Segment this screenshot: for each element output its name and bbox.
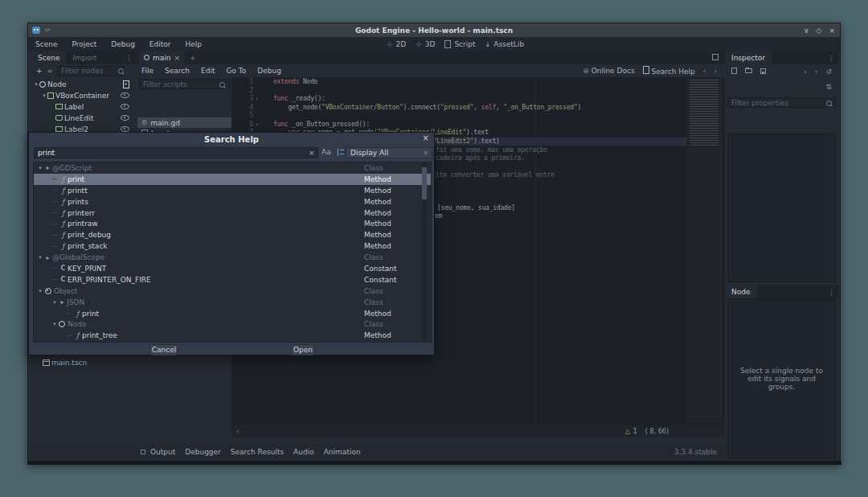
script-item-maingd[interactable]: ⚙ main.gd <box>137 117 231 128</box>
scroll-left-icon[interactable]: ‹ <box>236 428 239 435</box>
menu-goto[interactable]: Go To <box>223 67 248 75</box>
dock-menu-icon[interactable]: ⋮ <box>828 288 835 296</box>
code-line: 4 get_node("VBoxContainer/Button").conne… <box>231 104 686 113</box>
code-line: 6▾func _on_Button_pressed(): <box>231 121 686 129</box>
menu-search[interactable]: Search <box>162 67 192 75</box>
tab-main-script[interactable]: main × <box>139 51 185 64</box>
menu-debug[interactable]: Debug <box>108 40 138 48</box>
close-button[interactable]: × <box>829 27 835 35</box>
result-row[interactable]: ▾▸JSONClass <box>34 297 431 308</box>
filter-properties-input[interactable] <box>727 97 836 108</box>
menu-file[interactable]: File <box>139 67 156 75</box>
object-history-icon[interactable]: ↺ <box>825 68 832 76</box>
result-row[interactable]: ƒprint_debugMethod <box>34 229 431 240</box>
visibility-icon[interactable] <box>121 126 129 132</box>
visibility-icon[interactable] <box>121 115 129 121</box>
clear-search-icon[interactable]: × <box>309 149 315 157</box>
result-row-selected[interactable]: ƒprintMethod <box>34 174 431 185</box>
history-forward-icon[interactable]: › <box>815 68 818 76</box>
workspace-2d[interactable]: 2D <box>396 40 407 48</box>
save-resource-icon[interactable] <box>760 68 766 74</box>
result-row[interactable]: CKEY_PRINTConstant <box>34 263 431 274</box>
workspace-assetlib[interactable]: AssetLib <box>493 40 524 48</box>
collapse-icon[interactable]: ▾ <box>41 92 47 99</box>
bottom-tab-audio[interactable]: Audio <box>293 448 314 456</box>
new-tab-button[interactable]: + <box>190 54 196 62</box>
result-row[interactable]: ƒprintsMethod <box>34 196 431 207</box>
distraction-free-icon[interactable] <box>712 54 719 60</box>
workspace-3d[interactable]: 3D <box>425 40 436 48</box>
result-row[interactable]: ƒprint_treeMethod <box>34 330 431 341</box>
visibility-icon[interactable] <box>121 104 129 109</box>
tab-import[interactable]: Import <box>66 51 103 64</box>
bottom-tab-debugger[interactable]: Debugger <box>185 448 221 456</box>
caret-position: ( 8, 66) <box>645 428 669 435</box>
tab-inspector[interactable]: Inspector <box>725 51 772 64</box>
minimap[interactable] <box>686 77 722 423</box>
result-row[interactable]: ƒprint_stackMethod <box>34 240 431 252</box>
new-resource-icon[interactable] <box>731 68 737 74</box>
visibility-icon[interactable] <box>121 92 129 98</box>
fold-icon[interactable]: ▾ <box>256 121 264 129</box>
help-search-input[interactable] <box>34 147 318 158</box>
menu-debug[interactable]: Debug <box>255 67 284 75</box>
result-row[interactable]: ƒprinterrMethod <box>34 207 431 219</box>
bottom-tab-search-results[interactable]: Search Results <box>231 448 284 456</box>
tab-node[interactable]: Node <box>725 285 757 298</box>
history-back-icon[interactable]: ‹ <box>703 67 706 75</box>
result-row[interactable]: ▾▸@GlobalScopeClass <box>34 252 431 263</box>
case-sensitive-toggle[interactable]: Aa <box>321 148 331 156</box>
bottom-tab-output[interactable]: Output <box>150 448 175 456</box>
cancel-button[interactable]: Cancel <box>149 344 178 355</box>
result-row[interactable]: ▾NodeClass <box>34 318 431 330</box>
dock-menu-icon[interactable]: ⋮ <box>828 54 835 62</box>
online-docs-link[interactable]: ⊕ Online Docs <box>583 67 634 75</box>
method-icon: ƒ <box>73 331 82 339</box>
workspace-script[interactable]: Script <box>454 40 475 48</box>
open-button[interactable]: Open <box>291 344 315 355</box>
dialog-close-icon[interactable]: × <box>423 133 429 142</box>
result-row[interactable]: CERR_PRINTER_ON_FIREConstant <box>34 274 431 285</box>
dock-menu-icon[interactable]: ⋮ <box>125 54 133 62</box>
scene-node-row[interactable]: ▾ VBoxContainer <box>31 90 136 101</box>
close-tab-icon[interactable]: × <box>174 54 181 62</box>
menu-editor[interactable]: Editor <box>146 40 174 48</box>
instance-scene-button[interactable]: ∞ <box>47 68 53 75</box>
result-row[interactable]: ƒprinttMethod <box>34 185 431 196</box>
menu-project[interactable]: Project <box>68 40 100 48</box>
tab-scene[interactable]: Scene <box>31 51 66 64</box>
result-row[interactable]: ▾ObjectClass <box>34 285 431 297</box>
filter-nodes-input[interactable] <box>57 66 125 76</box>
scene-node-row[interactable]: Label <box>31 101 136 112</box>
display-filter-select[interactable]: Display All ∨ <box>346 147 432 158</box>
menu-edit[interactable]: Edit <box>199 67 217 75</box>
hierarchy-toggle-icon[interactable] <box>338 149 344 156</box>
scrollbar-thumb[interactable] <box>422 167 427 199</box>
minimize-button[interactable]: ∨ <box>804 27 809 35</box>
menu-scene[interactable]: Scene <box>32 40 60 48</box>
filesystem-file-row[interactable]: main.tscn <box>31 357 136 368</box>
result-row[interactable]: ƒprintrawMethod <box>34 218 431 229</box>
result-row[interactable]: ƒprintMethod <box>34 308 431 319</box>
scene-node-row[interactable]: ▾ Node <box>31 79 136 89</box>
menu-help[interactable]: Help <box>182 40 206 48</box>
search-help-link[interactable]: Search Help <box>643 66 695 76</box>
script-icon[interactable] <box>123 80 129 88</box>
method-icon: ƒ <box>59 198 68 206</box>
load-resource-icon[interactable] <box>745 68 752 73</box>
fold-icon[interactable]: ▾ <box>256 95 264 104</box>
collapse-icon[interactable]: ▾ <box>33 81 39 88</box>
filter-scripts-input[interactable] <box>139 79 230 89</box>
bottom-tab-animation[interactable]: Animation <box>324 448 361 456</box>
result-row[interactable]: ▾▸@GDScriptClass <box>34 162 431 174</box>
scene-node-row[interactable]: LineEdit <box>31 113 136 123</box>
code-fragment: faz uma soma, mas uma operação <box>436 146 547 154</box>
add-node-button[interactable]: + <box>36 67 43 75</box>
warning-icon[interactable]: △ <box>625 428 630 435</box>
maximize-button[interactable]: ◇ <box>817 27 822 35</box>
history-forward-icon[interactable]: › <box>714 67 717 75</box>
sort-properties-icon[interactable]: ⇅ <box>825 83 832 91</box>
titlebar[interactable]: ✏ Godot Engine - Hello-world - main.tscn… <box>28 23 840 37</box>
scrollbar[interactable] <box>422 162 427 343</box>
history-back-icon[interactable]: ‹ <box>804 68 807 76</box>
